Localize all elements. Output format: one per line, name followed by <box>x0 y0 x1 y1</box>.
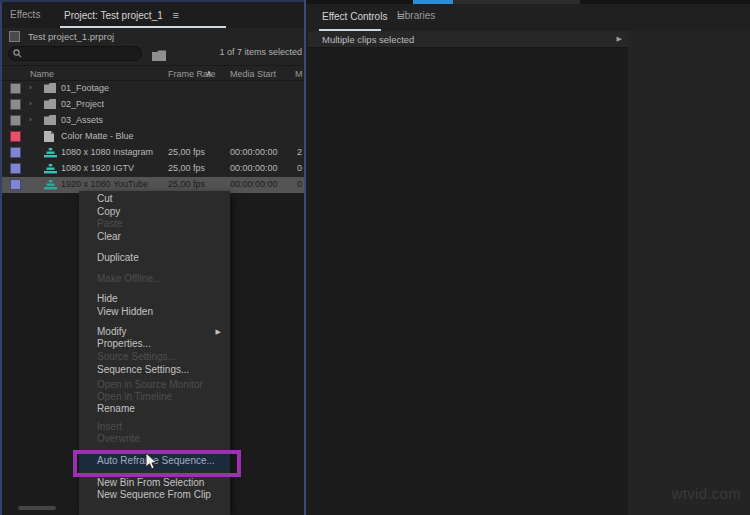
sequence-icon <box>44 179 57 192</box>
menu-item-rename[interactable]: Rename <box>79 401 230 417</box>
clips-selected-bar[interactable]: Multiple clips selected ▶ <box>308 31 628 48</box>
row-m-value: 0 <box>297 179 304 189</box>
folder-icon <box>44 99 56 111</box>
row-frame-rate: 25,00 fps <box>168 147 205 157</box>
sequence-icon <box>44 163 57 176</box>
effect-controls-timeline-area <box>628 31 750 515</box>
table-row[interactable]: › 02_Project <box>0 97 304 113</box>
search-icon <box>13 49 22 58</box>
menu-item-view-hidden[interactable]: View Hidden <box>79 304 230 320</box>
row-name: 1920 x 1080 YouTube <box>61 179 148 189</box>
menu-item-duplicate[interactable]: Duplicate <box>79 250 230 266</box>
clips-selected-label: Multiple clips selected <box>322 34 414 45</box>
effect-controls-tabbar: Effect Controls ≡ Libraries <box>306 4 750 28</box>
menu-item-new-sequence-from-clip[interactable]: New Sequence From Clip <box>79 487 230 503</box>
tab-effect-controls[interactable]: Effect Controls ≡ <box>322 4 404 28</box>
panel-focus-border <box>0 0 2 515</box>
menu-item-sequence-settings[interactable]: Sequence Settings... <box>79 362 230 378</box>
menu-item-clear[interactable]: Clear <box>79 229 230 245</box>
tab-effect-controls-label: Effect Controls <box>322 11 387 22</box>
effect-controls-panel: Effect Controls ≡ Libraries Multiple cli… <box>306 0 750 515</box>
label-color-chip[interactable] <box>10 83 21 94</box>
tab-project[interactable]: Project: Test project_1 ≡ <box>64 2 179 28</box>
watermark-text: wtvid.com <box>672 485 741 502</box>
row-name: 1080 x 1080 Instagram <box>61 147 153 157</box>
active-tab-underline <box>60 26 226 28</box>
panel-menu-icon[interactable]: ≡ <box>173 9 179 21</box>
new-bin-icon[interactable] <box>152 47 167 59</box>
column-header-row: Name Frame Rate ∧ Media Start M <box>0 65 304 81</box>
effect-controls-content <box>308 48 628 515</box>
row-frame-rate: 25,00 fps <box>168 163 205 173</box>
label-color-chip[interactable] <box>10 147 21 158</box>
row-name: 03_Assets <box>61 115 103 125</box>
search-box[interactable] <box>8 46 142 61</box>
color-matte-icon <box>44 131 54 144</box>
row-m-value: 2 <box>297 147 304 157</box>
row-media-start: 00:00:00:00 <box>230 179 278 189</box>
row-m-value: 0 <box>297 163 304 173</box>
column-name[interactable]: Name <box>30 69 54 79</box>
row-media-start: 00:00:00:00 <box>230 147 278 157</box>
folder-icon <box>44 115 56 127</box>
row-media-start: 00:00:00:00 <box>230 163 278 173</box>
column-media-start[interactable]: Media Start <box>230 69 276 79</box>
row-name: 01_Footage <box>61 83 109 93</box>
folder-icon <box>44 83 56 95</box>
project-file-name: Test project_1.prproj <box>28 30 114 44</box>
label-color-chip[interactable] <box>10 131 21 142</box>
horizontal-scrollbar[interactable] <box>18 506 56 510</box>
chevron-right-icon[interactable]: › <box>29 99 32 108</box>
row-name: 1080 x 1920 IGTV <box>61 163 134 173</box>
chevron-right-icon[interactable]: › <box>29 83 32 92</box>
table-row[interactable]: 1080 x 1080 Instagram 25,00 fps 00:00:00… <box>0 145 304 161</box>
chevron-right-icon[interactable]: › <box>29 115 32 124</box>
row-name: 02_Project <box>61 99 104 109</box>
table-row[interactable]: Color Matte - Blue <box>0 129 304 145</box>
project-panel-tabbar: Effects Project: Test project_1 ≡ <box>0 2 304 28</box>
table-row[interactable]: › 01_Footage <box>0 81 304 97</box>
menu-item-overwrite: Overwrite <box>79 431 230 447</box>
tab-libraries[interactable]: Libraries <box>397 4 435 28</box>
tab-effects[interactable]: Effects <box>10 2 40 28</box>
selection-status: 1 of 7 items selected <box>219 47 302 57</box>
project-file-row[interactable]: Test project_1.prproj <box>0 29 304 45</box>
tab-project-label: Project: Test project_1 <box>64 10 163 21</box>
table-row[interactable]: › 03_Assets <box>0 113 304 129</box>
menu-item-make-offline: Make Offline... <box>79 271 230 287</box>
row-frame-rate: 25,00 fps <box>168 179 205 189</box>
column-m[interactable]: M <box>295 69 303 79</box>
search-input[interactable] <box>27 47 137 60</box>
label-color-chip[interactable] <box>10 163 21 174</box>
label-color-chip[interactable] <box>10 99 21 110</box>
project-file-icon <box>9 31 20 42</box>
sequence-icon <box>44 147 57 160</box>
row-name: Color Matte - Blue <box>61 131 134 141</box>
expand-arrow-icon[interactable]: ▶ <box>617 35 622 43</box>
panel-focus-border <box>0 0 304 2</box>
label-color-chip[interactable] <box>10 179 21 190</box>
label-color-chip[interactable] <box>10 115 21 126</box>
sort-ascending-icon[interactable]: ∧ <box>206 69 212 78</box>
search-row: 1 of 7 items selected <box>0 44 304 64</box>
mouse-cursor-icon <box>145 452 158 475</box>
panel-divider[interactable] <box>304 0 306 515</box>
table-row[interactable]: 1080 x 1920 IGTV 25,00 fps 00:00:00:00 0 <box>0 161 304 177</box>
